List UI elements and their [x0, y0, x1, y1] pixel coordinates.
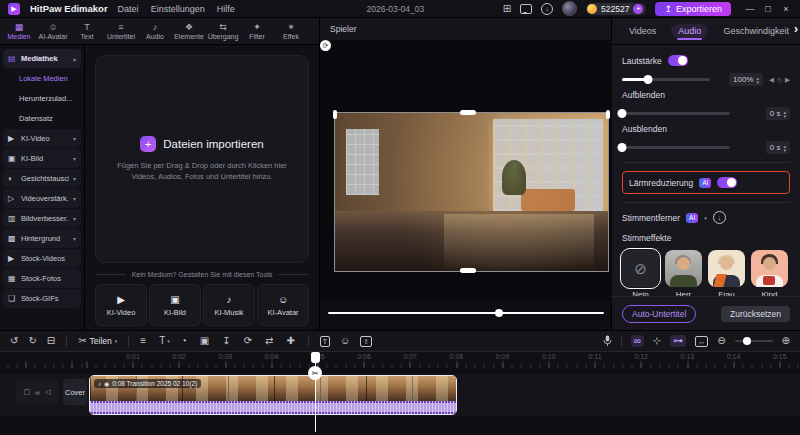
seek-knob[interactable]: [495, 309, 503, 317]
sidebar-item-videoverstaerker[interactable]: ▷ Videoverstärk... ▾: [3, 189, 81, 208]
volume-value[interactable]: 100% ▴▾: [729, 73, 763, 86]
rotate-icon[interactable]: ⟳: [244, 336, 254, 346]
tab-audio[interactable]: ♪ Audio: [138, 22, 172, 41]
sidebar-item-mediathek[interactable]: ▤ Mediathek ▴: [3, 49, 81, 68]
noise-reduction-toggle[interactable]: [717, 177, 737, 188]
fade-out-slider[interactable]: [622, 146, 730, 149]
sidebar-item-stock-videos[interactable]: ▶ Stock-Videos: [3, 249, 81, 268]
add-sticker-icon[interactable]: ☺: [340, 336, 350, 347]
user-avatar[interactable]: [562, 1, 577, 16]
tab-audio[interactable]: Audio: [671, 24, 708, 38]
zoom-slider-knob[interactable]: [743, 337, 751, 345]
menu-hilfe[interactable]: Hilfe: [217, 4, 235, 14]
menu-einstellungen[interactable]: Einstellungen: [151, 4, 205, 14]
reset-button[interactable]: Zurücksetzen: [721, 306, 790, 322]
sidebar-item-datensatz[interactable]: Datensatz: [3, 109, 81, 128]
download-center-icon[interactable]: ↓: [541, 3, 553, 15]
sidebar-item-lokale-medien[interactable]: Lokale Medien: [3, 69, 81, 88]
sidebar-item-bildverbesserer[interactable]: ▥ Bildverbesser... ▾: [3, 209, 81, 228]
rotate-handle[interactable]: ⟳: [320, 40, 331, 51]
resize-handle-left[interactable]: [333, 110, 337, 119]
tab-videos[interactable]: Videos: [622, 24, 663, 38]
cover-button[interactable]: Cover: [63, 379, 87, 405]
ki-bild-button[interactable]: ▣ KI-Bild: [149, 284, 201, 326]
position-icon[interactable]: ✚: [286, 336, 296, 346]
track-hide-icon[interactable]: ▢: [23, 388, 30, 396]
flip-icon[interactable]: ⇄: [265, 336, 275, 346]
text-tool-icon[interactable]: T▾: [159, 336, 170, 346]
tab-elemente[interactable]: ❖ Elemente: [172, 22, 206, 41]
add-keyframe-icon[interactable]: ◇: [777, 76, 782, 84]
import-dropzone[interactable]: + Dateien importieren Fügen Sie per Drag…: [95, 55, 309, 263]
tab-ai-avatar[interactable]: ☺ AI-Avatar: [36, 22, 70, 41]
track-link-icon[interactable]: ∞: [35, 389, 40, 396]
video-preview[interactable]: [335, 113, 608, 271]
next-keyframe-icon[interactable]: ▶: [785, 76, 790, 84]
redo-icon[interactable]: ↻: [28, 336, 36, 346]
voice-remover-download-icon[interactable]: ↓: [713, 211, 726, 224]
voice-effect-frau[interactable]: Frau: [708, 250, 745, 296]
credits-badge[interactable]: 522527 +: [586, 3, 646, 15]
undo-icon[interactable]: ↺: [10, 336, 18, 346]
fade-out-value[interactable]: 0 s ▴▾: [766, 141, 790, 154]
ki-musik-button[interactable]: ♪ KI-Musik: [203, 284, 255, 326]
minimize-button[interactable]: —: [744, 4, 756, 14]
close-button[interactable]: ×: [780, 4, 792, 14]
playhead-cut-button[interactable]: ✂: [308, 366, 322, 380]
sidebar-item-hintergrund[interactable]: ▩ Hintergrund ▾: [3, 229, 81, 248]
marker-icon[interactable]: ⊹: [653, 336, 661, 346]
crop-icon[interactable]: ▣: [200, 336, 211, 346]
workspace-layout-icon[interactable]: ⊞: [503, 4, 511, 14]
microphone-icon[interactable]: [603, 335, 612, 347]
tab-geschwindigkeit[interactable]: Geschwindigkeit: [716, 24, 796, 38]
timeline-zoom-slider[interactable]: [735, 340, 773, 342]
voice-effect-kind[interactable]: Kind: [751, 250, 788, 296]
sidebar-item-stock-fotos[interactable]: ▦ Stock-Fotos: [3, 269, 81, 288]
timeline-clip[interactable]: ♪ ◉ 0:08 Transition 2025 02 10(2): [89, 375, 457, 415]
ki-avatar-button[interactable]: ☺ KI-Avatar: [257, 284, 309, 326]
tab-untertitel[interactable]: ≡ Untertitel: [104, 22, 138, 41]
menu-datei[interactable]: Datei: [118, 4, 139, 14]
export-button[interactable]: ↥ Exportieren: [655, 2, 731, 16]
track-mute-icon[interactable]: ◁: [45, 388, 50, 396]
add-text-icon[interactable]: T: [320, 336, 330, 347]
playhead-handle[interactable]: [311, 352, 320, 363]
link-clips-icon[interactable]: ∞: [631, 335, 644, 347]
fade-in-value[interactable]: 0 s ▴▾: [766, 107, 790, 120]
mask-icon[interactable]: ≡: [140, 336, 148, 346]
prev-keyframe-icon[interactable]: ◀: [769, 76, 774, 84]
maximize-button[interactable]: □: [762, 4, 774, 14]
feedback-icon[interactable]: [520, 4, 532, 14]
sidebar-item-ki-bild[interactable]: ▣ KI-Bild ▾: [3, 149, 81, 168]
volume-toggle[interactable]: [668, 55, 688, 66]
auto-subtitle-button[interactable]: Auto-Untertitel: [622, 305, 696, 323]
ki-video-button[interactable]: ▶ KI-Video: [95, 284, 147, 326]
tab-filter[interactable]: ✦ Filter: [240, 22, 274, 41]
split-button[interactable]: ✂ Teilen ▾: [78, 336, 117, 346]
zoom-in-icon[interactable]: ⊕: [782, 336, 790, 346]
sidebar-item-stock-gifs[interactable]: ❏ Stock-GIFs: [3, 289, 81, 308]
add-credits-button[interactable]: +: [633, 4, 643, 14]
add-media-icon[interactable]: ⇧: [360, 336, 372, 347]
inspector-more-chevron[interactable]: ›: [792, 22, 800, 36]
seek-bar[interactable]: [328, 312, 604, 314]
voice-effect-herr[interactable]: Herr: [665, 250, 702, 296]
delete-icon[interactable]: ⊟: [47, 336, 55, 346]
timeline-ruler[interactable]: 0:010:020:030:040:050:060:070:080:090:10…: [0, 352, 800, 368]
fit-timeline-icon[interactable]: ↔: [695, 336, 708, 347]
resize-handle-right[interactable]: [606, 110, 610, 119]
sidebar-item-ki-video[interactable]: ▶ KI-Video ▾: [3, 129, 81, 148]
voice-effect-nein[interactable]: ⊘ Nein: [622, 250, 659, 296]
sidebar-item-herunterzuladen[interactable]: Herunterzulad...: [3, 89, 81, 108]
unlink-clips-icon[interactable]: ⊶: [670, 335, 686, 347]
tab-effekt[interactable]: ✶ Effek: [274, 22, 308, 41]
tab-medien[interactable]: ▦ Medien: [2, 22, 36, 41]
tab-text[interactable]: T Text: [70, 22, 104, 41]
zoom-out-icon[interactable]: ⊖: [717, 336, 725, 346]
resize-handle-bottom[interactable]: [460, 268, 476, 273]
resize-handle-top[interactable]: [460, 110, 476, 115]
sidebar-item-gesichtstausch[interactable]: ◐ Gesichtstausch ▾: [3, 169, 81, 188]
export-frame-icon[interactable]: ↧: [222, 336, 232, 346]
volume-slider[interactable]: [622, 78, 710, 81]
speed-icon[interactable]: ◔: [181, 336, 189, 346]
